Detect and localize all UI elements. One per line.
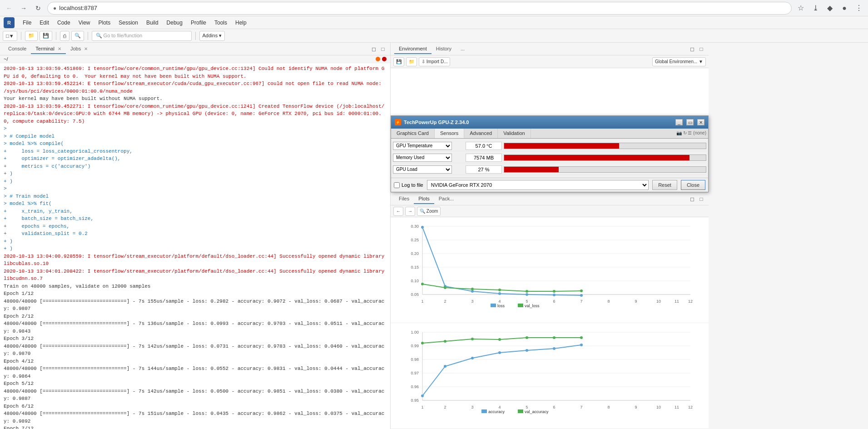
tab-packages[interactable]: Pack...: [434, 194, 459, 204]
svg-point-74: [526, 349, 528, 352]
console-line: 48000/48000 [===========================…: [4, 388, 387, 403]
console-line: 2020-10-13 13:04:00.928559: I tensorflow…: [4, 253, 387, 268]
tab-history[interactable]: History: [432, 44, 456, 54]
gpu-load-bar: [504, 166, 706, 173]
console-line: 48000/48000 [===========================…: [4, 343, 387, 358]
svg-text:10: 10: [656, 405, 661, 409]
close-button[interactable]: Close: [681, 180, 705, 190]
gpuz-tab-sensors[interactable]: Sensors: [435, 129, 464, 138]
left-panel: Console Terminal ✕ Jobs ✕ ◻ □ ~/ 2020-10…: [0, 43, 391, 429]
menu-file[interactable]: File: [19, 19, 35, 27]
accuracy-svg: 1.00 0.99 0.98 0.97 0.96 0.95 1 2 3 4: [391, 323, 709, 414]
menu-button[interactable]: ⋮: [853, 3, 864, 14]
env-toolbar: 💾 📁 ⇩ Import D... Global Environmen... ▼: [391, 55, 709, 68]
menu-view[interactable]: View: [75, 19, 94, 27]
svg-point-26: [421, 226, 424, 229]
plots-back-btn[interactable]: ←: [393, 207, 403, 216]
status-indicator-2: [382, 57, 387, 61]
svg-point-30: [526, 293, 528, 296]
account-button[interactable]: ●: [839, 3, 850, 14]
menu-tools[interactable]: Tools: [211, 19, 231, 27]
env-maximize[interactable]: □: [698, 45, 705, 53]
toolbar: □▼ 📁 💾 ⎙ 🔍 🔍 Go to file/function Addins …: [0, 29, 868, 43]
console-line: 2020-10-13 13:03:59.451869: I tensorflow…: [4, 65, 387, 80]
menu-help[interactable]: Help: [232, 19, 250, 27]
plots-minimize[interactable]: ◻: [689, 195, 696, 203]
env-minimize[interactable]: ◻: [689, 45, 696, 53]
gpu-load-dropdown[interactable]: GPU Load: [393, 165, 452, 174]
terminal-close[interactable]: ✕: [58, 46, 61, 51]
tab-environment[interactable]: Environment: [394, 44, 432, 54]
console-line: > # Compile model: [4, 133, 387, 140]
forward-button[interactable]: →: [18, 3, 29, 14]
console-line: 2020-10-13 13:03:59.452271: I tensorflow…: [4, 103, 387, 125]
log-to-file-checkbox[interactable]: [394, 182, 400, 188]
svg-text:10: 10: [656, 299, 661, 304]
tab-plots[interactable]: Plots: [414, 194, 434, 204]
gpuz-icons-area[interactable]: 📷 ↻ ☰ (none): [675, 129, 708, 138]
svg-text:1: 1: [421, 299, 423, 304]
svg-text:3: 3: [471, 405, 473, 409]
gpuz-tab-advanced[interactable]: Advanced: [464, 129, 498, 138]
tab-terminal[interactable]: Terminal ✕: [31, 44, 66, 54]
download-button[interactable]: ⤓: [810, 3, 821, 14]
menu-plots[interactable]: Plots: [95, 19, 114, 27]
import-dataset-btn[interactable]: ⇩ Import D...: [419, 57, 450, 66]
menu-code[interactable]: Code: [54, 19, 74, 27]
plot-area: 0.30 0.25 0.20 0.15 0.10 0.05 1 2 3 4: [391, 217, 709, 429]
gpuz-tab-graphics[interactable]: Graphics Card: [391, 129, 435, 138]
extensions-button[interactable]: ◆: [824, 3, 835, 14]
gpuz-sensor-content: GPU Temperature 57.0 °C: [391, 139, 708, 178]
reset-button[interactable]: Reset: [652, 180, 677, 190]
svg-point-35: [471, 288, 474, 290]
console-path-bar: ~/: [0, 55, 390, 63]
main-content: Console Terminal ✕ Jobs ✕ ◻ □ ~/ 2020-10…: [0, 43, 868, 429]
gpu-select[interactable]: NVIDIA GeForce RTX 2070: [427, 180, 649, 190]
back-button[interactable]: ←: [4, 3, 15, 14]
gpuz-tab-validation[interactable]: Validation: [498, 129, 531, 138]
menu-edit[interactable]: Edit: [36, 19, 53, 27]
tab-jobs[interactable]: Jobs ✕: [66, 44, 92, 54]
gpuz-minimize-btn[interactable]: _: [675, 119, 683, 125]
gpu-load-value: 27 %: [466, 165, 502, 174]
open-file-button[interactable]: 📁: [25, 31, 38, 41]
tab-console[interactable]: Console: [4, 44, 31, 54]
gpu-temperature-dropdown[interactable]: GPU Temperature: [393, 142, 452, 150]
console-output[interactable]: 2020-10-13 13:03:59.451869: I tensorflow…: [0, 63, 390, 429]
save-env-btn[interactable]: 💾: [393, 57, 404, 66]
jobs-close[interactable]: ✕: [84, 46, 88, 51]
console-line: 48000/48000 [===========================…: [4, 298, 387, 313]
menubar: R File Edit Code View Plots Session Buil…: [0, 16, 868, 29]
menu-debug[interactable]: Debug: [163, 19, 186, 27]
svg-text:0.97: 0.97: [411, 371, 419, 375]
addins-button[interactable]: Addins ▾: [199, 31, 225, 41]
zoom-btn[interactable]: 🔍 Zoom: [417, 207, 441, 216]
plots-forward-btn[interactable]: →: [405, 207, 415, 216]
address-bar[interactable]: ● localhost:8787: [47, 2, 792, 15]
gpuz-restore-btn[interactable]: ▭: [686, 119, 694, 125]
memory-used-dropdown[interactable]: Memory Used: [393, 154, 452, 162]
new-file-button[interactable]: □▼: [3, 31, 17, 41]
find-button[interactable]: 🔍: [71, 31, 84, 41]
print-button[interactable]: ⎙: [60, 31, 69, 41]
toolbar-sep-3: [88, 32, 88, 40]
console-line: + x_train, y_train,: [4, 208, 387, 215]
tab-files[interactable]: Files: [394, 194, 414, 204]
go-to-field[interactable]: 🔍 Go to file/function: [92, 31, 192, 41]
gpuz-close-btn[interactable]: ✕: [697, 119, 704, 125]
global-env-btn[interactable]: Global Environmen... ▼: [652, 57, 706, 66]
menu-session[interactable]: Session: [115, 19, 142, 27]
tab-more[interactable]: ...: [456, 44, 469, 54]
panel-maximize[interactable]: □: [379, 45, 387, 53]
env-tabs: Environment History ... ◻ □: [391, 43, 709, 55]
reload-button[interactable]: ↻: [33, 3, 44, 14]
menu-profile[interactable]: Profile: [187, 19, 210, 27]
bookmark-button[interactable]: ☆: [795, 3, 806, 14]
panel-minimize[interactable]: ◻: [370, 45, 377, 53]
svg-point-80: [498, 338, 501, 341]
plots-maximize[interactable]: □: [698, 195, 705, 203]
rstudio-app: R File Edit Code View Plots Session Buil…: [0, 16, 868, 429]
menu-build[interactable]: Build: [143, 19, 162, 27]
save-button[interactable]: 💾: [40, 31, 52, 41]
load-env-btn[interactable]: 📁: [406, 57, 417, 66]
